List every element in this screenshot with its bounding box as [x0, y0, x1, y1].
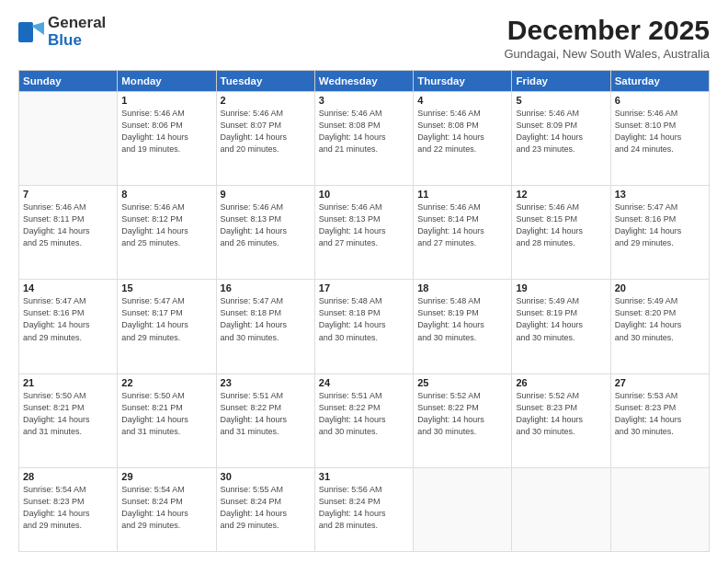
- calendar-table: Sunday Monday Tuesday Wednesday Thursday…: [18, 70, 710, 552]
- table-row: 15Sunrise: 5:47 AM Sunset: 8:17 PM Dayli…: [118, 280, 216, 373]
- table-row: 16Sunrise: 5:47 AM Sunset: 8:18 PM Dayli…: [216, 280, 314, 373]
- table-row: 14Sunrise: 5:47 AM Sunset: 8:16 PM Dayli…: [19, 280, 118, 373]
- table-row: [19, 92, 118, 186]
- table-row: [610, 467, 709, 551]
- table-row: 20Sunrise: 5:49 AM Sunset: 8:20 PM Dayli…: [610, 280, 709, 373]
- svg-marker-1: [31, 22, 44, 35]
- table-row: 23Sunrise: 5:51 AM Sunset: 8:22 PM Dayli…: [216, 373, 314, 467]
- svg-rect-0: [18, 22, 33, 42]
- subtitle: Gundagai, New South Wales, Australia: [504, 47, 710, 61]
- table-row: 18Sunrise: 5:48 AM Sunset: 8:19 PM Dayli…: [414, 280, 512, 373]
- table-row: 3Sunrise: 5:46 AM Sunset: 8:08 PM Daylig…: [314, 92, 413, 186]
- table-row: 10Sunrise: 5:46 AM Sunset: 8:13 PM Dayli…: [314, 186, 413, 280]
- table-row: 6Sunrise: 5:46 AM Sunset: 8:10 PM Daylig…: [610, 92, 709, 186]
- table-row: 22Sunrise: 5:50 AM Sunset: 8:21 PM Dayli…: [118, 373, 216, 467]
- table-row: 26Sunrise: 5:52 AM Sunset: 8:23 PM Dayli…: [512, 373, 610, 467]
- table-row: 12Sunrise: 5:46 AM Sunset: 8:15 PM Dayli…: [512, 186, 610, 280]
- calendar-header-row: Sunday Monday Tuesday Wednesday Thursday…: [19, 71, 710, 92]
- table-row: 30Sunrise: 5:55 AM Sunset: 8:24 PM Dayli…: [216, 467, 314, 551]
- title-block: December 2025 Gundagai, New South Wales,…: [504, 15, 710, 61]
- header: General Blue December 2025 Gundagai, New…: [18, 15, 710, 61]
- table-row: 17Sunrise: 5:48 AM Sunset: 8:18 PM Dayli…: [314, 280, 413, 373]
- table-row: 21Sunrise: 5:50 AM Sunset: 8:21 PM Dayli…: [19, 373, 118, 467]
- table-row: 1Sunrise: 5:46 AM Sunset: 8:06 PM Daylig…: [118, 92, 216, 186]
- col-thursday: Thursday: [414, 71, 512, 92]
- logo-icon: [18, 22, 44, 42]
- table-row: 2Sunrise: 5:46 AM Sunset: 8:07 PM Daylig…: [216, 92, 314, 186]
- col-friday: Friday: [512, 71, 610, 92]
- col-sunday: Sunday: [19, 71, 118, 92]
- table-row: 31Sunrise: 5:56 AM Sunset: 8:24 PM Dayli…: [314, 467, 413, 551]
- table-row: 19Sunrise: 5:49 AM Sunset: 8:19 PM Dayli…: [512, 280, 610, 373]
- table-row: 25Sunrise: 5:52 AM Sunset: 8:22 PM Dayli…: [414, 373, 512, 467]
- table-row: 5Sunrise: 5:46 AM Sunset: 8:09 PM Daylig…: [512, 92, 610, 186]
- table-row: [414, 467, 512, 551]
- col-monday: Monday: [118, 71, 216, 92]
- month-title: December 2025: [504, 15, 710, 45]
- table-row: 27Sunrise: 5:53 AM Sunset: 8:23 PM Dayli…: [610, 373, 709, 467]
- table-row: 24Sunrise: 5:51 AM Sunset: 8:22 PM Dayli…: [314, 373, 413, 467]
- table-row: 9Sunrise: 5:46 AM Sunset: 8:13 PM Daylig…: [216, 186, 314, 280]
- table-row: 8Sunrise: 5:46 AM Sunset: 8:12 PM Daylig…: [118, 186, 216, 280]
- table-row: 28Sunrise: 5:54 AM Sunset: 8:23 PM Dayli…: [19, 467, 118, 551]
- table-row: 13Sunrise: 5:47 AM Sunset: 8:16 PM Dayli…: [610, 186, 709, 280]
- table-row: 11Sunrise: 5:46 AM Sunset: 8:14 PM Dayli…: [414, 186, 512, 280]
- table-row: 7Sunrise: 5:46 AM Sunset: 8:11 PM Daylig…: [19, 186, 118, 280]
- logo-blue-text: Blue: [48, 32, 106, 50]
- col-saturday: Saturday: [610, 71, 709, 92]
- table-row: 29Sunrise: 5:54 AM Sunset: 8:24 PM Dayli…: [118, 467, 216, 551]
- logo: General Blue: [18, 15, 106, 49]
- col-tuesday: Tuesday: [216, 71, 314, 92]
- table-row: 4Sunrise: 5:46 AM Sunset: 8:08 PM Daylig…: [414, 92, 512, 186]
- table-row: [512, 467, 610, 551]
- page: General Blue December 2025 Gundagai, New…: [0, 0, 728, 563]
- col-wednesday: Wednesday: [314, 71, 413, 92]
